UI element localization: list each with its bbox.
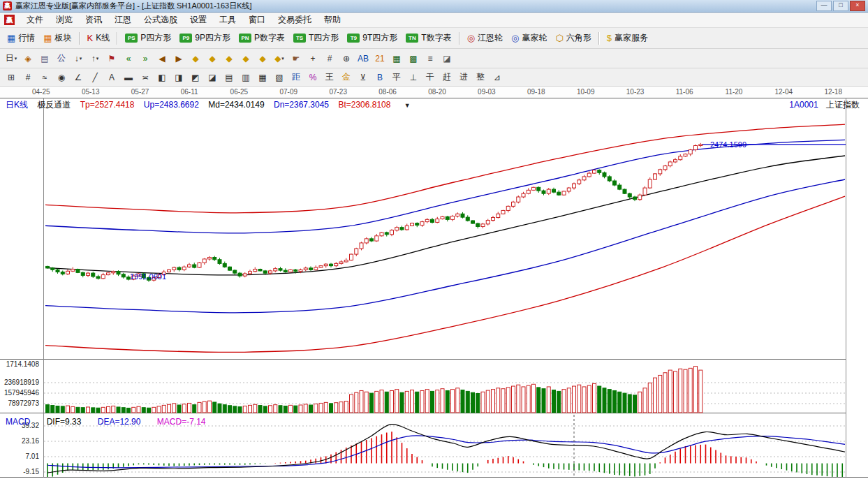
- gann-diamond-5-icon[interactable]: ◆: [255, 51, 270, 66]
- adjust-tool-icon[interactable]: 整: [473, 70, 488, 85]
- triangle-tool-icon[interactable]: ⊿: [490, 70, 505, 85]
- formula-icon[interactable]: 公: [54, 51, 69, 66]
- last-bar-icon[interactable]: »: [138, 51, 153, 66]
- crosshair-icon[interactable]: +: [305, 51, 321, 66]
- menu-item-formula-pick[interactable]: 公式选股: [138, 13, 184, 26]
- wave-tool-icon[interactable]: ≈: [37, 70, 52, 85]
- p-number-table-button[interactable]: PNP数字表: [235, 31, 289, 45]
- t-square-button[interactable]: TST四方形: [289, 31, 343, 45]
- channel-dropdown[interactable]: ▼: [404, 102, 411, 109]
- box-tool-3-icon[interactable]: ◩: [188, 70, 203, 85]
- p-square-button[interactable]: PSP四方形: [121, 31, 175, 45]
- report-panel-icon[interactable]: ▤: [37, 51, 52, 66]
- lines-tool-1-icon: ▤: [225, 73, 233, 82]
- lines-tool-2-icon[interactable]: ▥: [238, 70, 253, 85]
- trend-line-icon[interactable]: ╱: [87, 70, 103, 85]
- sector-button[interactable]: ▦板块: [39, 31, 75, 45]
- t-number-table-button[interactable]: TNT数字表: [402, 31, 455, 45]
- flag-mark-icon[interactable]: ⚑: [104, 51, 119, 66]
- advance-tool-icon[interactable]: 进: [456, 70, 471, 85]
- menu-item-gann[interactable]: 江恩: [108, 13, 138, 26]
- split-window-icon[interactable]: ◪: [439, 51, 455, 66]
- close-button[interactable]: ×: [850, 1, 865, 11]
- circle-tool-icon[interactable]: ◉: [54, 70, 69, 85]
- date-tick: 05-27: [131, 88, 149, 96]
- box-tool-2-icon[interactable]: ◨: [171, 70, 186, 85]
- hand-drag-icon[interactable]: ☛: [288, 51, 304, 66]
- macd-axis-label: 7.01: [0, 452, 39, 460]
- winner-service-button[interactable]: $赢家服务: [603, 31, 652, 45]
- calendar-21-icon[interactable]: 21: [372, 51, 388, 66]
- lines-tool-1-icon[interactable]: ▤: [221, 70, 237, 85]
- distance-ruler-icon[interactable]: 距: [288, 70, 304, 85]
- kline-button[interactable]: KK线: [83, 31, 115, 45]
- golden-section-icon[interactable]: 金: [339, 70, 354, 85]
- king-line-icon[interactable]: 王: [322, 70, 337, 85]
- menu-item-tools[interactable]: 工具: [213, 13, 242, 26]
- zoom-icon[interactable]: ⊕: [339, 51, 354, 66]
- menu-item-trade[interactable]: 交易委托: [272, 13, 318, 26]
- time-grid-icon[interactable]: #: [20, 70, 36, 85]
- 9p-square-button-label: 9P四方形: [195, 32, 230, 44]
- hexagon-button[interactable]: ⬡六角形: [551, 31, 595, 45]
- next-bar-icon[interactable]: ▶: [171, 51, 186, 66]
- ab-compare-icon[interactable]: AB: [355, 51, 371, 66]
- menu-item-settings[interactable]: 设置: [184, 13, 213, 26]
- hatch-tool-icon[interactable]: ▧: [272, 70, 287, 85]
- gann-diamond-3-icon[interactable]: ◆: [221, 51, 237, 66]
- gann-diamond-2-icon[interactable]: ◆: [205, 51, 220, 66]
- first-bar-icon: «: [126, 54, 131, 64]
- compress-dropdown-icon: ↓: [75, 54, 79, 64]
- winner-wheel-button-icon: ◎: [511, 34, 519, 43]
- chase-tool-icon[interactable]: 赶: [439, 70, 455, 85]
- menu-item-news[interactable]: 资讯: [79, 13, 108, 26]
- indicator-diamond-icon[interactable]: ◈: [20, 51, 36, 66]
- date-tick: 07-09: [280, 88, 298, 96]
- gann-diamond-4-icon: ◆: [242, 54, 249, 64]
- date-tick: 08-06: [378, 88, 397, 96]
- gann-diamond-6-dropdown[interactable]: ◆▾: [272, 51, 287, 66]
- percent-tool-icon[interactable]: %: [305, 70, 321, 85]
- date-tick: 05-13: [82, 88, 100, 96]
- angle-tool-icon[interactable]: ∠: [71, 70, 86, 85]
- gann-line-icon[interactable]: 干: [422, 70, 438, 85]
- list-window-icon[interactable]: ≡: [422, 51, 438, 66]
- compress-dropdown[interactable]: ↓▾: [71, 51, 86, 66]
- gann-wheel-button[interactable]: ◎江恩轮: [463, 31, 507, 45]
- menu-item-browse[interactable]: 浏览: [50, 13, 79, 26]
- box-tool-4-icon[interactable]: ◪: [205, 70, 220, 85]
- minimize-button[interactable]: —: [816, 1, 832, 11]
- winner-wheel-button[interactable]: ◎赢家轮: [507, 31, 551, 45]
- 9t-square-button[interactable]: T99T四方形: [343, 31, 402, 45]
- chase-tool-icon: 赶: [443, 71, 451, 83]
- expand-dropdown[interactable]: ↑▾: [87, 51, 103, 66]
- gann-diamond-1-icon[interactable]: ◆: [188, 51, 203, 66]
- 9p-square-button[interactable]: P99P四方形: [175, 31, 235, 45]
- macd-dif-value: DIF=9.33: [47, 417, 82, 427]
- hline-tool-icon[interactable]: ▬: [121, 70, 136, 85]
- maximize-button[interactable]: □: [833, 1, 848, 11]
- first-bar-icon[interactable]: «: [121, 51, 136, 66]
- b-marker-icon[interactable]: B: [372, 70, 388, 85]
- date-tick: 06-25: [230, 88, 249, 96]
- menu-item-help[interactable]: 帮助: [318, 13, 347, 26]
- macd-macd-value: MACD=-7.14: [157, 417, 206, 427]
- gann-square-icon[interactable]: ⊞: [3, 70, 19, 85]
- prev-bar-icon[interactable]: ◀: [154, 51, 170, 66]
- text-tool-icon[interactable]: A: [104, 70, 119, 85]
- flat-channel-icon[interactable]: 平: [389, 70, 404, 85]
- period-day-dropdown[interactable]: 日▾: [3, 51, 19, 66]
- grid-fill-icon[interactable]: ▦: [255, 70, 270, 85]
- perpendicular-icon[interactable]: ⊥: [406, 70, 421, 85]
- winner-service-button-icon: $: [607, 34, 612, 43]
- menu-item-file[interactable]: 文件: [20, 13, 50, 26]
- gann-diamond-4-icon[interactable]: ◆: [238, 51, 253, 66]
- quote-button[interactable]: ▦行情: [3, 31, 39, 45]
- grid-icon[interactable]: #: [322, 51, 337, 66]
- box-tool-1-icon[interactable]: ◧: [154, 70, 170, 85]
- chart-window-icon[interactable]: ▦: [389, 51, 404, 66]
- menu-item-window[interactable]: 窗口: [242, 13, 272, 26]
- overlay-tool-icon[interactable]: ⊻: [355, 70, 371, 85]
- parallel-tool-icon[interactable]: ≍: [138, 70, 153, 85]
- chart-window-2-icon[interactable]: ▩: [406, 51, 421, 66]
